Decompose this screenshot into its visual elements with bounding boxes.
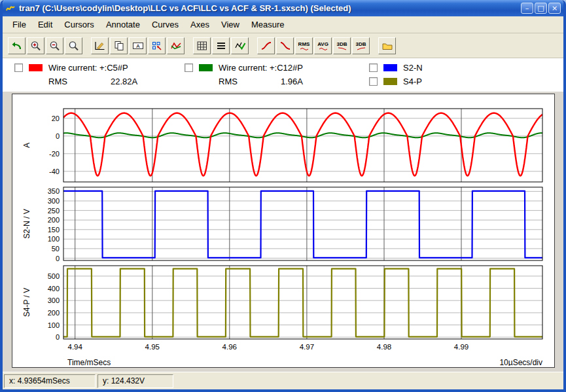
- grid-icon: [196, 41, 208, 51]
- svg-text:50: 50: [52, 245, 60, 253]
- add-text-button[interactable]: A: [129, 37, 147, 54]
- toggle-grid-button[interactable]: [193, 37, 211, 54]
- tool-bar: A: [3, 33, 563, 58]
- svg-text:500: 500: [48, 272, 60, 280]
- move-curve-icon: [151, 41, 163, 51]
- maximize-button[interactable]: □: [535, 3, 547, 14]
- svg-text:4.94: 4.94: [68, 343, 83, 351]
- plot-area[interactable]: 200-20-40A350300250200150100500S2-N / V5…: [12, 94, 555, 368]
- svg-text:0: 0: [56, 333, 60, 341]
- x-axis-label: Time/mSecs: [67, 358, 111, 366]
- autoscale-icon: [234, 41, 246, 51]
- undo-button[interactable]: [8, 37, 26, 54]
- stack-axes-icon: [215, 41, 227, 51]
- copy-graph-button[interactable]: [110, 37, 128, 54]
- svg-text:0: 0: [56, 132, 60, 140]
- rms-stat-value-c5p: 22.82A: [111, 77, 137, 86]
- zoom-in-button[interactable]: [27, 37, 44, 54]
- legend-swatch-s2n: [383, 64, 397, 71]
- y-axis-label-2: S4-P / V: [22, 288, 31, 317]
- svg-text:20: 20: [52, 115, 60, 122]
- svg-text:4.99: 4.99: [454, 343, 469, 351]
- svg-text:350: 350: [48, 187, 60, 195]
- zoom-out-button[interactable]: [46, 37, 63, 54]
- overlay-curves-icon: [170, 41, 182, 51]
- waveform-plot[interactable]: 200-20-40A350300250200150100500S2-N / V5…: [12, 94, 553, 366]
- status-y-readout: y: 124.432V: [97, 374, 173, 388]
- menu-view[interactable]: View: [215, 18, 245, 31]
- app-icon: [5, 3, 16, 14]
- close-button[interactable]: ×: [548, 3, 561, 14]
- svg-text:4.98: 4.98: [377, 343, 391, 351]
- svg-text:150: 150: [48, 226, 60, 234]
- window-title: tran7 (C:\Users\codylin\Desktop\LLC vs A…: [19, 3, 520, 13]
- avg-wave-icon: [319, 47, 328, 50]
- highpass-3db-button[interactable]: 3DB: [352, 37, 370, 54]
- zoom-select-button[interactable]: [65, 37, 82, 54]
- legend-swatch-s4p: [383, 78, 397, 85]
- legend-label-c5p: Wire current: +:C5#P: [48, 63, 128, 73]
- zoom-in-icon: [30, 41, 42, 51]
- legend-checkbox-c12p[interactable]: [185, 63, 193, 72]
- avg-button-label: AVG: [317, 41, 328, 47]
- y-axis-label-1: S2-N / V: [22, 209, 31, 238]
- open-file-button[interactable]: [378, 37, 396, 54]
- legend-label-s4p: S4-P: [403, 77, 422, 86]
- title-bar: tran7 (C:\Users\codylin\Desktop\LLC vs A…: [3, 0, 563, 16]
- menu-bar: File Edit Cursors Annotate Curves Axes V…: [3, 16, 563, 33]
- lowpass-3db-button[interactable]: 3DB: [333, 37, 351, 54]
- legend-checkbox-s4p[interactable]: [369, 77, 378, 86]
- svg-text:0: 0: [56, 255, 60, 262]
- fall-time-button[interactable]: [276, 37, 294, 54]
- highpass-curve-icon: [357, 47, 366, 50]
- svg-text:4.97: 4.97: [300, 343, 314, 351]
- legend-swatch-c12p: [199, 64, 213, 71]
- legend-label-c12p: Wire current: +:C12#P: [219, 63, 303, 73]
- svg-text:-40: -40: [49, 168, 60, 175]
- svg-text:200: 200: [48, 216, 60, 224]
- rms-button-label: RMS: [298, 41, 310, 47]
- menu-annotate[interactable]: Annotate: [100, 18, 146, 31]
- menu-measure[interactable]: Measure: [245, 18, 291, 31]
- legend-label-s2n: S2-N: [403, 63, 423, 73]
- svg-text:100: 100: [48, 321, 60, 329]
- zoom-select-icon: [68, 41, 80, 51]
- stack-axes-button[interactable]: [212, 37, 230, 54]
- lowpass-curve-icon: [338, 47, 347, 50]
- minimize-button[interactable]: –: [521, 3, 533, 14]
- svg-text:300: 300: [48, 296, 60, 304]
- fall-time-icon: [279, 41, 291, 51]
- y-axis-label-0: A: [22, 143, 31, 148]
- move-curve-button[interactable]: [148, 37, 166, 54]
- menu-curves[interactable]: Curves: [146, 18, 185, 31]
- toolbar-separator: [186, 45, 192, 46]
- menu-file[interactable]: File: [7, 18, 32, 31]
- avg-button[interactable]: AVG: [314, 37, 332, 54]
- overlay-curves-button[interactable]: [167, 37, 185, 54]
- legend-checkbox-s2n[interactable]: [369, 63, 378, 72]
- legend-column-1: Wire current: +:C5#P RMS 22.82A: [14, 61, 185, 92]
- lowpass-3db-label: 3DB: [336, 41, 347, 47]
- rise-time-button[interactable]: [257, 37, 275, 54]
- svg-text:250: 250: [48, 207, 60, 215]
- menu-cursors[interactable]: Cursors: [58, 18, 100, 31]
- zoom-out-icon: [49, 41, 61, 51]
- plot-margin: 200-20-40A350300250200150100500S2-N / V5…: [3, 92, 563, 372]
- folder-icon: [381, 41, 393, 51]
- legend-checkbox-c5p[interactable]: [14, 63, 23, 72]
- svg-text:100: 100: [48, 235, 60, 243]
- rms-button[interactable]: RMS: [295, 37, 313, 54]
- toolbar-separator: [84, 45, 90, 46]
- svg-text:200: 200: [48, 309, 60, 317]
- svg-text:4.95: 4.95: [145, 343, 160, 351]
- menu-axes[interactable]: Axes: [185, 18, 215, 31]
- toolbar-separator: [250, 45, 256, 46]
- rms-wave-icon: [300, 47, 309, 50]
- legend-column-3: S2-N S4-P: [369, 61, 563, 92]
- copy-icon: [113, 41, 125, 51]
- svg-text:A: A: [136, 43, 140, 49]
- autoscale-button[interactable]: [231, 37, 249, 54]
- add-curve-button[interactable]: [91, 37, 109, 54]
- menu-edit[interactable]: Edit: [32, 18, 58, 31]
- svg-text:300: 300: [48, 197, 60, 205]
